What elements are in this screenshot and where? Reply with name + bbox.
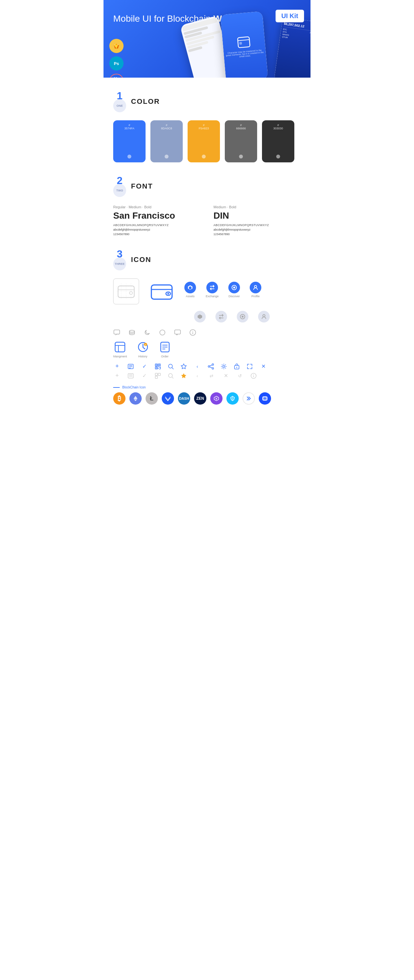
chat-icon <box>113 329 120 336</box>
resize-icon <box>247 363 253 370</box>
phones-container: Character may be mastered in the great m… <box>181 13 310 78</box>
svg-point-66 <box>208 366 210 367</box>
info-icon <box>189 329 196 336</box>
management-icon-item: Mangment <box>113 341 127 358</box>
svg-point-27 <box>255 286 257 288</box>
qr-gray-icon <box>154 372 161 379</box>
x-gray-icon: ✕ <box>222 372 230 379</box>
history-label: History <box>139 355 148 358</box>
dent-icon <box>259 392 271 405</box>
color-swatches: #3574FA #8DA0C8 #F5A823 #666666 #303030 <box>113 120 301 162</box>
speech-icon <box>174 329 181 336</box>
font-sf: Regular · Medium · Bold San Francisco AB… <box>113 205 201 236</box>
info-gray-icon <box>250 372 257 379</box>
svg-rect-7 <box>237 37 250 48</box>
icon-section-header: 3 THREE ICON <box>113 249 301 270</box>
utility-icons-gray-row: + ✓ <box>113 372 301 379</box>
close-icon: ✕ <box>260 363 267 369</box>
svg-point-26 <box>233 286 235 288</box>
svg-rect-31 <box>114 330 119 334</box>
exchange-icon-item: Exchange <box>206 282 219 298</box>
svg-rect-55 <box>159 364 160 366</box>
phone-center: Character may be mastered in the great m… <box>220 11 268 78</box>
nav-icons-colored: Assets Exchange <box>184 282 261 298</box>
swatch-dark: #303030 <box>262 120 295 162</box>
wallet-filled-icon <box>149 278 175 304</box>
hero-section: Mobile UI for Blockchain Wallet UI Kit P… <box>104 0 310 78</box>
profile-icon <box>250 282 261 293</box>
exchange-icon <box>206 282 218 293</box>
swatch-orange: #F5A823 <box>188 120 220 162</box>
section-num-color: 1 ONE <box>113 91 126 112</box>
svg-point-37 <box>193 331 193 331</box>
svg-rect-73 <box>128 374 133 378</box>
svg-point-33 <box>160 330 165 335</box>
svg-point-30 <box>263 315 265 317</box>
settings-icon <box>221 363 227 370</box>
ui-kit-badge: UI Kit <box>275 10 304 22</box>
phone-right: myWallet $6,297,502.12 BTC738-2003 ETH56… <box>274 17 310 78</box>
section-num-icon: 3 THREE <box>113 249 126 270</box>
section-num-font: 2 TWO <box>113 175 126 197</box>
svg-line-64 <box>172 368 174 369</box>
litecoin-icon: Ł <box>145 392 158 405</box>
share-icon <box>208 363 214 370</box>
zen-icon: ZEN <box>194 392 206 405</box>
badges-column: Ps 60+Screens <box>109 39 124 78</box>
svg-point-83 <box>253 374 254 375</box>
swatch-gray-blue: #8DA0C8 <box>150 120 183 162</box>
svg-point-79 <box>169 374 172 377</box>
font-section: Regular · Medium · Bold San Francisco AB… <box>113 205 301 236</box>
svg-rect-77 <box>158 373 161 375</box>
qr-icon <box>154 363 161 370</box>
profile-icon-gray <box>258 311 270 323</box>
svg-rect-21 <box>151 285 172 290</box>
ethereum-icon <box>129 392 142 405</box>
edit-list-icon <box>127 363 134 370</box>
svg-point-70 <box>223 366 225 368</box>
stack-icon <box>128 329 135 336</box>
assets-label: Assets <box>186 295 194 298</box>
arrows-gray-icon: ⇄ <box>208 373 215 379</box>
polygon-icon <box>210 392 223 405</box>
exchange-label: Exchange <box>206 295 219 298</box>
star-icon <box>180 363 187 370</box>
font-din: Medium · Bold DIN ABCDEFGHIJKLMNOPQRSTUV… <box>213 205 301 236</box>
check-icon: ✓ <box>140 363 148 369</box>
assets-icon <box>184 282 196 293</box>
font-row: Regular · Medium · Bold San Francisco AB… <box>113 205 301 236</box>
svg-rect-57 <box>156 368 157 368</box>
swatch-blue: #3574FA <box>113 120 145 162</box>
chevron-left-gray-icon: ‹ <box>193 373 201 379</box>
order-label: Order <box>161 355 169 358</box>
svg-point-24 <box>167 293 169 295</box>
blockchain-icon-label: BlockChain Icon <box>113 385 301 389</box>
search-gray-icon <box>167 372 174 379</box>
circle-icon <box>159 329 166 336</box>
dash-icon: DASH <box>178 392 190 405</box>
svg-line-80 <box>172 377 174 379</box>
wallet-wireframe-icon <box>113 278 139 304</box>
svg-line-68 <box>210 365 212 366</box>
exchange-icon-gray <box>215 311 227 323</box>
font-section-header: 2 TWO FONT <box>113 175 301 197</box>
discover-icon <box>228 282 240 293</box>
management-label: Mangment <box>113 355 127 358</box>
discover-icon-item: Discover <box>228 282 240 298</box>
nav-icons-gray <box>194 311 301 323</box>
profile-label: Profile <box>251 295 260 298</box>
exchange-gray-icon <box>215 311 227 323</box>
star-filled-icon <box>180 372 187 379</box>
color-section-header: 1 ONE COLOR <box>113 91 301 112</box>
svg-rect-53 <box>156 364 157 366</box>
svg-point-65 <box>212 364 214 365</box>
icon-section: Assets Exchange <box>113 278 301 405</box>
discover-gray-icon <box>237 311 248 323</box>
chevron-left-icon: ‹ <box>193 364 201 369</box>
svg-rect-34 <box>175 330 180 334</box>
export-icon <box>234 363 240 370</box>
bitcoin-icon: ₿ <box>113 392 126 405</box>
profile-icon-item: Profile <box>250 282 261 298</box>
discover-icon-gray <box>237 311 248 323</box>
svg-rect-76 <box>155 373 158 375</box>
